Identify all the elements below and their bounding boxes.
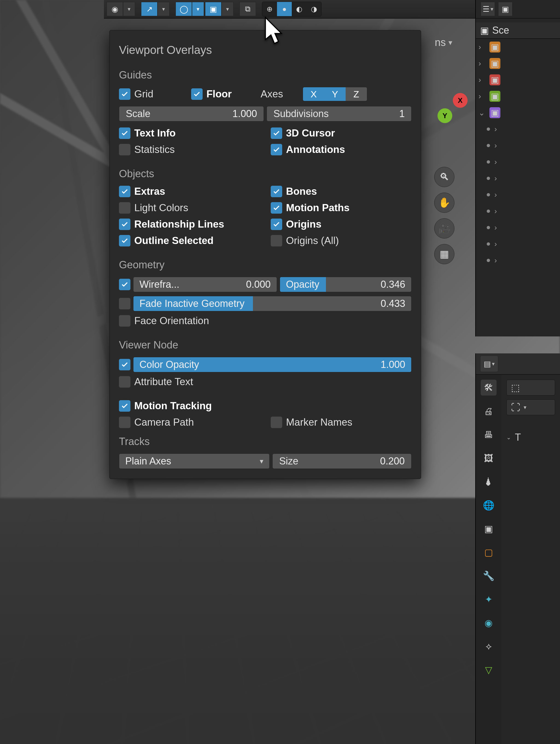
shading-solid[interactable]: ● xyxy=(277,2,292,16)
overlay-button[interactable]: ◯ xyxy=(175,2,192,16)
check-3d-cursor[interactable]: 3D Cursor xyxy=(271,127,411,139)
tab-output[interactable]: 🖶 xyxy=(481,427,496,443)
check-motion-paths[interactable]: Motion Paths xyxy=(271,202,411,214)
check-outline-selected[interactable]: Outline Selected xyxy=(119,235,260,247)
checkbox-on-icon xyxy=(191,88,203,100)
scale-field[interactable]: Scale 1.000 xyxy=(119,106,264,121)
tab-render[interactable]: 🖨 xyxy=(481,403,496,419)
mouse-cursor-icon xyxy=(263,16,284,46)
check-floor[interactable]: Floor xyxy=(191,88,254,100)
gizmo-button[interactable]: ↗ xyxy=(141,2,158,16)
tab-constraints[interactable]: ⟡ xyxy=(481,638,496,654)
check-face-orientation[interactable]: Face Orientation xyxy=(119,315,411,327)
properties-collapse[interactable]: ⌄ T xyxy=(507,432,555,443)
properties-selector-2[interactable]: ⛶▾ xyxy=(507,399,555,415)
check-text-info[interactable]: Text Info xyxy=(119,127,260,139)
globe-icon: ⊕ xyxy=(267,5,273,13)
check-origins[interactable]: Origins xyxy=(271,219,411,230)
outliner-row[interactable]: ›▣ xyxy=(476,72,560,88)
zoom-button[interactable]: 🔍︎ xyxy=(434,167,454,187)
tab-physics[interactable]: ◉ xyxy=(481,615,496,631)
check-bones[interactable]: Bones xyxy=(271,186,411,197)
check-light-colors[interactable]: Light Colors xyxy=(119,202,260,214)
outliner-row[interactable]: ⌄▣ xyxy=(476,105,560,121)
axis-z-button[interactable]: Z xyxy=(346,87,367,101)
axis-gizmo[interactable]: X Y xyxy=(438,93,468,123)
wrench-icon: 🛠 xyxy=(484,382,493,393)
outliner-item[interactable]: › xyxy=(476,219,560,236)
chevron-down-icon: ▾ xyxy=(448,38,452,47)
outliner-item[interactable]: › xyxy=(476,170,560,187)
check-color-opacity[interactable] xyxy=(119,359,130,370)
outliner-display-mode[interactable]: ▣ xyxy=(498,2,512,16)
outliner-item[interactable]: › xyxy=(476,203,560,219)
tracks-size-field[interactable]: Size 0.200 xyxy=(272,453,411,469)
shading-rendered[interactable]: ◑ xyxy=(307,2,321,16)
square-overlay-icon: ⧉ xyxy=(245,5,250,14)
check-grid[interactable]: Grid xyxy=(119,88,185,100)
tab-data[interactable]: ▽ xyxy=(481,662,496,678)
color-opacity-field[interactable]: Color Opacity 1.000 xyxy=(133,357,411,372)
scale-label: Scale xyxy=(126,108,150,119)
check-fade-inactive[interactable] xyxy=(119,298,130,309)
outliner-item[interactable]: › xyxy=(476,236,560,252)
tracks-dropdown[interactable]: Plain Axes ▾ xyxy=(119,453,270,469)
outliner-item[interactable]: › xyxy=(476,187,560,203)
toggle-xray-button[interactable]: ⧉ xyxy=(240,2,256,16)
tab-collection[interactable]: ▣ xyxy=(481,521,496,537)
axis-gizmo-y[interactable]: Y xyxy=(438,108,452,123)
check-extras[interactable]: Extras xyxy=(119,186,260,197)
tab-tool[interactable]: 🛠 xyxy=(481,380,496,396)
check-wireframe[interactable] xyxy=(119,279,130,290)
fade-inactive-field[interactable]: Fade Inactive Geometry 0.433 xyxy=(133,296,411,311)
gizmo-drop[interactable]: ▾ xyxy=(158,2,169,16)
outliner-item[interactable]: › xyxy=(476,154,560,170)
check-annotations[interactable]: Annotations xyxy=(271,144,411,155)
wireframe-field[interactable]: Wirefra... 0.000 xyxy=(133,277,277,292)
check-marker-names[interactable]: Marker Names xyxy=(271,417,411,428)
tab-scene[interactable]: 🌢 xyxy=(481,474,496,490)
globe-icon: 🌐 xyxy=(483,500,494,511)
tab-modifiers[interactable]: 🔧 xyxy=(481,568,496,584)
outliner-row[interactable]: ›▣ xyxy=(476,88,560,105)
properties-selector[interactable]: ⬚ xyxy=(507,380,555,396)
check-origins-all[interactable]: Origins (All) xyxy=(271,235,411,247)
outliner-item[interactable]: › xyxy=(476,137,560,154)
perspective-toggle-button[interactable]: ▦ xyxy=(434,244,454,264)
tab-particles[interactable]: ✦ xyxy=(481,591,496,607)
outliner-item[interactable]: › xyxy=(476,121,560,137)
properties-editor-type[interactable]: ▤▾ xyxy=(480,356,498,372)
origins-all-label: Origins (All) xyxy=(286,235,339,247)
outliner-item[interactable]: › xyxy=(476,252,560,269)
overlay-drop[interactable]: ▾ xyxy=(192,2,204,16)
chevron-down-icon: ▾ xyxy=(260,457,263,466)
axis-gizmo-x[interactable]: X xyxy=(453,93,468,108)
camera-view-button[interactable]: 🎥 xyxy=(434,218,454,238)
visibility-drop[interactable]: ▾ xyxy=(123,2,135,16)
tab-view-layer[interactable]: 🖼 xyxy=(481,450,496,466)
shading-material[interactable]: ◐ xyxy=(292,2,307,16)
options-dropdown[interactable]: ns ▾ xyxy=(435,37,452,48)
xray-drop[interactable]: ▾ xyxy=(222,2,234,16)
check-attribute-text[interactable]: Attribute Text xyxy=(119,376,411,387)
check-statistics[interactable]: Statistics xyxy=(119,144,260,155)
opacity-field[interactable]: Opacity 0.346 xyxy=(280,277,411,292)
tab-object[interactable]: ▢ xyxy=(481,544,496,560)
camera-back-icon: 🖨 xyxy=(484,406,493,417)
overlay-icon: ◯ xyxy=(179,5,188,14)
xray-button[interactable]: ▣ xyxy=(205,2,222,16)
visibility-button[interactable]: ◉ xyxy=(107,2,123,16)
properties-tab-column: 🛠 🖨 🖶 🖼 🌢 🌐 ▣ ▢ 🔧 ✦ ◉ ⟡ ▽ xyxy=(476,375,502,744)
axis-y-button[interactable]: Y xyxy=(324,87,346,101)
check-relationship-lines[interactable]: Relationship Lines xyxy=(119,219,260,230)
outliner-row[interactable]: ›▣ xyxy=(476,55,560,72)
outliner-editor-type[interactable]: ☰▾ xyxy=(481,2,495,16)
check-motion-tracking[interactable]: Motion Tracking xyxy=(119,400,411,412)
outliner-row[interactable]: ›▣ xyxy=(476,39,560,55)
axis-x-button[interactable]: X xyxy=(303,87,324,101)
pan-button[interactable]: ✋ xyxy=(434,193,454,213)
tab-world[interactable]: 🌐 xyxy=(481,497,496,513)
subdivisions-field[interactable]: Subdivisions 1 xyxy=(267,106,411,121)
check-camera-path[interactable]: Camera Path xyxy=(119,417,260,428)
shading-wireframe[interactable]: ⊕ xyxy=(262,2,277,16)
